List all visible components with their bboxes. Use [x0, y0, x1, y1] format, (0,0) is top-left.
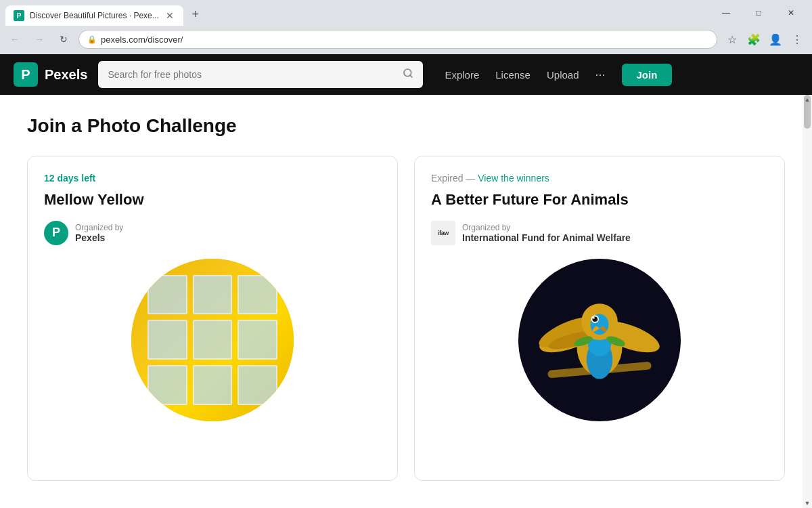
search-bar[interactable]	[98, 61, 423, 88]
challenge-status-active: 12 days left	[44, 173, 381, 184]
window-2	[193, 275, 233, 315]
organizer-ifaw-label: Organized by	[462, 223, 631, 232]
extensions-icon[interactable]: 🧩	[744, 30, 763, 49]
organizer-ifaw-info: Organized by International Fund for Anim…	[462, 223, 631, 243]
scroll-up-arrow[interactable]: ▲	[803, 95, 812, 104]
nav-links: Explore License Upload ···	[445, 68, 605, 82]
parrot-svg	[535, 275, 664, 405]
organizer-label: Organized by	[75, 223, 123, 232]
pexels-logo[interactable]: P Pexels	[14, 62, 87, 87]
challenge-image-animals	[518, 259, 681, 421]
tab-favicon: P	[14, 10, 24, 21]
pexels-logo-text: Pexels	[45, 67, 87, 83]
search-icon[interactable]	[403, 68, 413, 81]
bookmark-icon[interactable]: ☆	[723, 30, 742, 49]
window-1	[148, 275, 187, 315]
reload-button[interactable]: ↻	[54, 30, 73, 49]
new-tab-button[interactable]: +	[186, 5, 205, 24]
maximize-button[interactable]: □	[743, 3, 774, 23]
challenge-title-animals: A Better Future For Animals	[431, 190, 768, 210]
window-9	[238, 365, 277, 405]
organizer-ifaw-icon: ifaw	[431, 221, 455, 245]
organizer-name-ifaw: International Fund for Animal Welfare	[462, 232, 631, 243]
organizer-ifaw: ifaw Organized by International Fund for…	[431, 221, 768, 245]
search-input[interactable]	[108, 69, 396, 80]
pexels-navbar: P Pexels Explore License Upload ··· Join	[0, 54, 812, 95]
close-button[interactable]: ✕	[775, 3, 807, 23]
browser-chrome: P Discover Beautiful Pictures · Pexe... …	[0, 0, 812, 54]
organizer-pexels-info: Organized by Pexels	[75, 223, 123, 243]
tab-close-button[interactable]: ✕	[164, 10, 175, 21]
active-tab[interactable]: P Discover Beautiful Pictures · Pexe... …	[5, 5, 183, 26]
main-content: Join a Photo Challenge 12 days left Mell…	[0, 95, 812, 508]
toolbar-actions: ☆ 🧩 👤 ⋮	[723, 30, 807, 49]
tab-bar: P Discover Beautiful Pictures · Pexe... …	[5, 0, 205, 26]
page-title: Join a Photo Challenge	[27, 115, 785, 137]
address-bar[interactable]: 🔒 pexels.com/discover/	[78, 30, 717, 49]
expired-text: Expired —	[431, 173, 478, 184]
challenge-image-mellow-yellow	[131, 259, 294, 421]
parrot-image	[518, 259, 681, 421]
forward-button[interactable]: →	[30, 30, 49, 49]
security-lock-icon: 🔒	[87, 35, 97, 44]
view-winners-link[interactable]: View the winners	[478, 173, 549, 184]
menu-icon[interactable]: ⋮	[788, 30, 807, 49]
svg-line-1	[410, 75, 412, 77]
window-5	[193, 320, 233, 360]
scroll-down-arrow[interactable]: ▼	[803, 499, 812, 508]
window-4	[148, 320, 187, 360]
window-3	[238, 275, 277, 315]
scrollbar-track[interactable]: ▲ ▼	[803, 95, 812, 508]
challenge-status-expired: Expired — View the winners	[431, 173, 768, 184]
challenges-grid: 12 days left Mellow Yellow P Organized b…	[27, 156, 785, 481]
profile-icon[interactable]: 👤	[766, 30, 785, 49]
challenge-card-mellow-yellow[interactable]: 12 days left Mellow Yellow P Organized b…	[27, 156, 398, 481]
yellow-building-image	[131, 259, 294, 421]
window-6	[238, 320, 277, 360]
more-menu-button[interactable]: ···	[595, 68, 606, 82]
explore-link[interactable]: Explore	[445, 69, 479, 81]
challenge-card-animals[interactable]: Expired — View the winners A Better Futu…	[414, 156, 785, 481]
url-text: pexels.com/discover/	[101, 35, 708, 45]
back-button[interactable]: ←	[5, 30, 24, 49]
minimize-button[interactable]: —	[710, 3, 742, 23]
organizer-pexels: P Organized by Pexels	[44, 221, 381, 245]
license-link[interactable]: License	[495, 69, 531, 81]
pexels-logo-icon: P	[14, 62, 38, 87]
tab-title: Discover Beautiful Pictures · Pexe...	[30, 11, 159, 20]
title-bar: P Discover Beautiful Pictures · Pexe... …	[0, 0, 812, 26]
organizer-name-pexels: Pexels	[75, 232, 123, 243]
window-7	[148, 365, 187, 405]
address-bar-row: ← → ↻ 🔒 pexels.com/discover/ ☆ 🧩 👤 ⋮	[0, 26, 812, 54]
window-controls: — □ ✕	[710, 3, 807, 23]
join-button[interactable]: Join	[622, 64, 673, 86]
upload-link[interactable]: Upload	[547, 69, 579, 81]
window-grid	[148, 275, 277, 405]
window-8	[193, 365, 233, 405]
building-facade	[131, 259, 294, 421]
challenge-title-mellow-yellow: Mellow Yellow	[44, 190, 381, 210]
organizer-pexels-icon: P	[44, 221, 68, 245]
svg-point-15	[593, 317, 595, 319]
